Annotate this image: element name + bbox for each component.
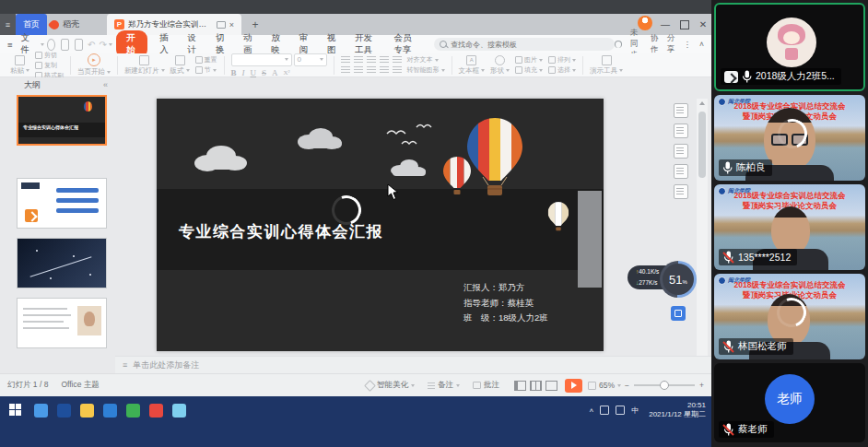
zoom-in-button[interactable]: + bbox=[699, 381, 704, 390]
slide-credits-textbox[interactable]: 汇报人：郑乃方 指导老师：蔡桂英 班 级：18级人力2班 bbox=[463, 280, 548, 326]
play-from-current-button[interactable]: ▸当页开始 bbox=[77, 53, 111, 76]
usage-float-ball[interactable]: 51% bbox=[660, 261, 697, 298]
tray-volume-icon[interactable] bbox=[600, 406, 609, 415]
close-tab-icon[interactable]: × bbox=[229, 20, 234, 29]
decrease-indent-icon[interactable] bbox=[367, 56, 376, 64]
zoom-level[interactable]: 65% bbox=[588, 381, 621, 390]
reading-view-button[interactable] bbox=[545, 381, 557, 391]
paste-button[interactable]: 粘贴 bbox=[10, 55, 29, 76]
align-center-icon[interactable] bbox=[354, 66, 363, 74]
tab-docer[interactable]: 稻壳 bbox=[42, 14, 87, 35]
search-input[interactable] bbox=[434, 38, 615, 51]
outline-label[interactable]: 大纲 bbox=[24, 79, 41, 91]
more-options-icon[interactable]: ⋮ bbox=[684, 40, 692, 49]
notes-bar[interactable]: ≡ 单击此处添加备注 bbox=[115, 356, 711, 373]
numbered-list-icon[interactable] bbox=[354, 56, 363, 64]
participant-tile-4[interactable]: 闽北学院 2018级专业综合实训总结交流会暨顶岗实习毕业论文动员会 林国松老师 bbox=[714, 274, 865, 359]
zoom-slider[interactable] bbox=[634, 384, 695, 386]
normal-view-button[interactable] bbox=[514, 381, 526, 391]
convert-smartart-button[interactable]: 转智能图形 bbox=[407, 65, 445, 75]
undo-icon[interactable]: ↶ bbox=[88, 40, 95, 50]
underline-button[interactable]: U bbox=[251, 68, 257, 77]
share-button[interactable]: 分享 bbox=[667, 33, 675, 55]
align-text-button[interactable]: 对齐文本 bbox=[407, 55, 445, 65]
start-button[interactable] bbox=[9, 404, 22, 417]
zoom-out-button[interactable]: − bbox=[625, 381, 629, 390]
zoom-slider-knob[interactable] bbox=[660, 381, 669, 390]
select-button[interactable]: 选择 bbox=[548, 65, 576, 75]
participant-tile-3[interactable]: 闽北学院 2018级专业综合实训总结交流会暨顶岗实习毕业论文动员会 135***… bbox=[714, 184, 865, 270]
print-icon[interactable] bbox=[61, 39, 69, 51]
fill-button[interactable]: 填充 bbox=[515, 65, 543, 75]
scroll-up-icon[interactable] bbox=[699, 101, 705, 105]
copy-button[interactable]: 复制 bbox=[35, 61, 64, 70]
slide-canvas[interactable]: 专业综合实训心得体会汇报 汇报人：郑乃方 指导老师：蔡桂英 班 级：18级人力2… bbox=[157, 99, 604, 351]
tray-network-icon[interactable] bbox=[616, 406, 625, 415]
new-slide-button[interactable]: 新建幻灯片 bbox=[124, 55, 165, 76]
italic-button[interactable]: I bbox=[242, 68, 245, 77]
picture-button[interactable]: 图片 bbox=[515, 55, 543, 65]
font-family-combo[interactable] bbox=[231, 53, 292, 66]
align-left-icon[interactable] bbox=[341, 66, 350, 74]
collapse-panel-icon[interactable]: « bbox=[103, 80, 108, 89]
slideshow-play-button[interactable] bbox=[565, 379, 582, 393]
command-search[interactable] bbox=[434, 38, 615, 51]
line-spacing-icon[interactable] bbox=[393, 56, 402, 64]
sidebar-tool-icon[interactable] bbox=[674, 103, 688, 118]
slide-thumbnail-3[interactable]: 3 bbox=[17, 238, 107, 288]
cut-button[interactable]: 剪切 bbox=[35, 51, 64, 60]
notes-toggle-button[interactable]: 备注 bbox=[428, 380, 460, 391]
arrange-button[interactable]: 排列 bbox=[548, 55, 576, 65]
slide-thumbnail-2[interactable]: 2 bbox=[17, 178, 107, 229]
sidebar-tool-icon[interactable] bbox=[674, 184, 688, 199]
bullet-list-icon[interactable] bbox=[341, 56, 350, 64]
superscript-button[interactable]: X² bbox=[284, 69, 290, 76]
vertical-scrollbar[interactable] bbox=[697, 99, 708, 358]
align-right-icon[interactable] bbox=[367, 66, 376, 74]
scrollbar-thumb[interactable] bbox=[698, 112, 706, 178]
shapes-button[interactable]: 形状 bbox=[490, 55, 510, 76]
save-icon[interactable] bbox=[47, 39, 55, 51]
reset-button[interactable]: 重置 bbox=[195, 55, 217, 65]
collapse-ribbon-icon[interactable]: ˄ bbox=[699, 40, 704, 49]
mouse-cursor bbox=[387, 183, 399, 201]
redo-icon[interactable]: ↷ bbox=[99, 40, 106, 50]
font-color-button[interactable]: A bbox=[272, 68, 278, 77]
columns-icon[interactable] bbox=[393, 66, 402, 74]
participant-tile-2[interactable]: 闽北学院 2018级专业综合实训总结交流会暨顶岗实习毕业论文动员会 陈柏良 bbox=[714, 95, 865, 181]
justify-icon[interactable] bbox=[380, 66, 389, 74]
tray-expand-icon[interactable]: ˄ bbox=[590, 406, 594, 415]
sidebar-tool-icon[interactable] bbox=[674, 144, 688, 159]
collaborate-button[interactable]: 协作 bbox=[651, 33, 659, 55]
theme-name[interactable]: Office 主题 bbox=[61, 380, 99, 391]
input-method-indicator[interactable]: 中 bbox=[631, 406, 639, 416]
section-button[interactable]: 节 bbox=[195, 65, 217, 75]
sidebar-tool-icon[interactable] bbox=[674, 124, 688, 138]
taskbar-app-5[interactable] bbox=[172, 404, 186, 418]
slide-thumbnail-4[interactable]: 4 bbox=[17, 298, 107, 348]
font-size-combo[interactable]: 0 bbox=[294, 53, 327, 66]
taskbar-app-folder[interactable] bbox=[80, 404, 94, 418]
taskbar-app-browser[interactable] bbox=[103, 404, 117, 418]
strikethrough-button[interactable]: S bbox=[262, 68, 266, 77]
slide-sorter-button[interactable] bbox=[530, 381, 542, 391]
sidebar-tool-icon-active[interactable] bbox=[671, 306, 686, 321]
taskbar-app-2[interactable] bbox=[57, 404, 71, 418]
bold-button[interactable]: B bbox=[231, 68, 237, 77]
layout-button[interactable]: 版式 bbox=[170, 55, 190, 76]
taskbar-app-4[interactable] bbox=[149, 404, 163, 418]
slide-thumbnail-1[interactable]: 1 专业综合实训心得体会汇报 bbox=[17, 95, 107, 146]
participant-tile-1[interactable]: 2018级人力2班5... bbox=[714, 3, 865, 91]
slide-title-textbox[interactable]: 专业综合实训心得体会汇报 bbox=[179, 221, 383, 242]
taskbar-app-3[interactable] bbox=[126, 404, 140, 418]
sidebar-tool-icon[interactable] bbox=[674, 164, 688, 179]
preview-icon[interactable] bbox=[75, 39, 83, 51]
taskbar-clock[interactable]: 20:51 2021/1/12 星期二 bbox=[649, 401, 706, 419]
increase-indent-icon[interactable] bbox=[380, 56, 389, 64]
textbox-button[interactable]: A文本框 bbox=[459, 55, 486, 76]
comments-button[interactable]: 批注 bbox=[473, 380, 499, 391]
participant-tile-5[interactable]: 老师 蔡老师 bbox=[714, 363, 865, 442]
presentation-tools-button[interactable]: 演示工具 bbox=[590, 55, 623, 76]
taskbar-app-1[interactable] bbox=[34, 404, 48, 418]
smart-beautify-button[interactable]: 智能美化 bbox=[366, 380, 415, 391]
